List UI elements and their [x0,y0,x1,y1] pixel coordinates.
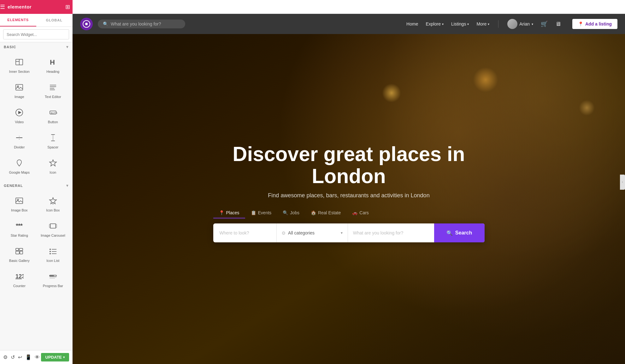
monitor-icon[interactable]: 🖥 [555,21,561,27]
avatar [507,19,517,29]
sidebar-tabs: ELEMENTS GLOBAL [0,14,72,27]
widget-image[interactable]: Image [3,78,36,103]
button-icon: BUTTON [47,107,59,118]
widget-google-maps-label: Google Maps [9,170,30,175]
hero-section: Discover great places inLondon Find awes… [73,34,625,364]
widget-star-rating[interactable]: Star Rating [3,216,36,241]
widget-image-carousel-label: Image Carousel [41,234,65,238]
svg-rect-35 [20,251,23,254]
tab-global[interactable]: GLOBAL [36,14,73,26]
header-search-input[interactable] [111,21,180,26]
map-icon [14,157,25,169]
hero-tab-cars[interactable]: 🚗 Cars [346,208,374,218]
widget-heading[interactable]: H Heading [36,52,70,78]
hero-title: Discover great places inLondon [233,143,465,188]
svg-rect-29 [50,224,56,228]
svg-rect-31 [56,224,57,228]
eye-icon[interactable]: 👁 [35,355,40,360]
content-area: 🔍 Home Explore ▾ Listings ▾ More ▾ [73,14,625,364]
widget-image-carousel[interactable]: Image Carousel [36,216,70,241]
listings-chevron: ▾ [467,22,469,26]
hero-category-field[interactable]: ⊙ All categories ▾ [277,223,348,242]
widget-star-rating-label: Star Rating [11,234,28,238]
svg-marker-21 [50,160,56,166]
widget-text-editor-label: Text Editor [45,95,61,99]
svg-rect-32 [16,248,19,251]
events-tab-icon: 📋 [251,210,256,215]
hero-search-button[interactable]: 🔍 Search [434,223,485,242]
widget-icon-box[interactable]: Icon Box [36,191,70,216]
elementor-logo[interactable]: ☰ elementor ⊞ [0,0,73,14]
video-icon [14,107,25,118]
tab-elements[interactable]: ELEMENTS [0,14,36,26]
widget-icon[interactable]: Icon [36,153,70,178]
widget-spacer[interactable]: Spacer [36,128,70,153]
device-preview-icon[interactable]: 📱 [25,354,32,360]
explore-chevron: ▾ [442,22,444,26]
widget-image-box[interactable]: Image Box [3,191,36,216]
logo-text: elementor [8,4,32,9]
nav-more[interactable]: More ▾ [476,21,489,26]
widget-icon-list[interactable]: Icon List [36,241,70,267]
update-button[interactable]: UPDATE ▾ [41,353,69,361]
widget-divider-label: Divider [14,145,25,149]
widget-inner-section[interactable]: Inner Section [3,52,36,78]
site-logo [80,18,93,30]
hero-search-bar: Where to look? ⊙ All categories ▾ What a… [213,223,485,242]
hero-keyword-field[interactable]: What are you looking for? [348,223,434,242]
cars-tab-icon: 🚗 [352,210,357,215]
svg-rect-30 [49,224,50,228]
basic-section-label: BASIC [4,45,16,49]
widget-divider[interactable]: Divider [3,128,36,153]
svg-text:BUTTON: BUTTON [51,112,57,114]
general-section-arrow: ▾ [66,183,68,188]
divider-icon [14,132,25,143]
undo-icon[interactable]: ↩ [18,354,22,360]
real-estate-tab-icon: 🏠 [311,210,316,215]
widget-icon-box-label: Icon Box [46,208,60,212]
hero-tab-places[interactable]: 📍 Places [213,208,245,218]
widget-video[interactable]: Video [3,103,36,128]
widget-google-maps[interactable]: Google Maps [3,153,36,178]
widget-basic-gallery[interactable]: Basic Gallery [3,241,36,267]
add-listing-button[interactable]: 📍 Add a listing [572,19,617,29]
nav-user[interactable]: Arian ▾ [507,19,533,29]
hero-content: Discover great places inLondon Find awes… [207,143,491,243]
widget-inner-section-label: Inner Section [9,70,30,74]
nav-explore[interactable]: Explore ▾ [426,21,443,26]
widget-text-editor[interactable]: Text Editor [36,78,70,103]
history-icon[interactable]: ↺ [11,354,15,360]
hero-location-field[interactable]: Where to look? [213,223,277,242]
hamburger-icon[interactable]: ☰ [0,3,5,10]
hero-subtitle: Find awesome places, bars, restaurants a… [268,192,429,199]
svg-marker-15 [19,136,20,136]
grid-icon[interactable]: ⊞ [65,3,70,10]
jobs-tab-icon: 🔍 [283,210,288,215]
widget-button[interactable]: BUTTON Button [36,103,70,128]
nav-listings[interactable]: Listings ▾ [451,21,469,26]
hero-tab-real-estate[interactable]: 🏠 Real Estate [305,208,346,218]
icon-box-icon [47,195,59,206]
counter-icon: 123 [14,271,25,282]
hero-tab-jobs[interactable]: 🔍 Jobs [277,208,305,218]
settings-icon[interactable]: ⚙ [3,354,8,360]
general-section-header[interactable]: GENERAL ▾ [0,181,72,190]
nav-home[interactable]: Home [406,21,418,26]
widget-counter[interactable]: 123 Counter [3,267,36,292]
icon-list-icon [47,246,59,257]
hero-tab-events[interactable]: 📋 Events [245,208,277,218]
cart-icon[interactable]: 🛒 [541,20,548,27]
widget-image-box-label: Image Box [11,208,28,212]
category-text: All categories [288,230,338,235]
svg-point-20 [18,161,20,163]
sidebar-bottom-bar: ⚙ ↺ ↩ 📱 👁 UPDATE ▾ [0,350,72,364]
basic-section-header[interactable]: BASIC ▾ [0,42,72,51]
svg-marker-16 [19,139,20,140]
search-widget-input[interactable] [3,29,69,39]
widget-search-box [0,27,72,42]
more-chevron: ▾ [488,22,489,26]
widget-icon-label: Icon [50,170,56,175]
text-editor-icon [47,82,59,93]
svg-point-36 [50,249,51,250]
widget-progress-bar[interactable]: Progress Bar [36,267,70,292]
